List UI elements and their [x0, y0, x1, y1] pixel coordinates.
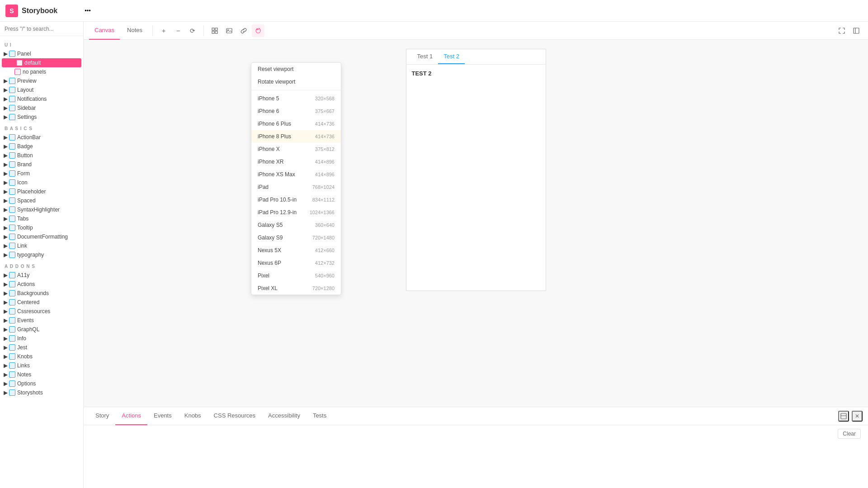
bottom-tab-bar: Story Actions Events Knobs CSS Resources… [84, 407, 868, 425]
grid-view-button[interactable] [208, 24, 221, 37]
sidebar-item-typography[interactable]: ▶typography [0, 250, 83, 259]
grid-icon [212, 28, 218, 34]
zoom-out-button[interactable]: − [172, 24, 184, 37]
sidebar-item-settings[interactable]: ▶Settings [0, 113, 83, 122]
sidebar-item-badge[interactable]: ▶Badge [0, 142, 83, 151]
sidebar-item-form[interactable]: ▶Form [0, 169, 83, 178]
sidebar-item-jest[interactable]: ▶Jest [0, 343, 83, 352]
preview-tab-test1[interactable]: Test 1 [412, 49, 439, 64]
preview-text: TEST 2 [412, 70, 432, 77]
search-input[interactable] [5, 26, 79, 32]
sidebar-item-icon[interactable]: ▶Icon [0, 178, 83, 187]
viewport-item-ipad-pro-12.9-in[interactable]: iPad Pro 12.9-in1024×1366 [251, 206, 341, 219]
viewport-item-label: Pixel XL [258, 285, 312, 291]
viewport-item-ipad[interactable]: iPad768×1024 [251, 181, 341, 193]
sidebar-item-events[interactable]: ▶Events [0, 316, 83, 325]
sidebar-item-info[interactable]: ▶Info [0, 334, 83, 343]
sidebar-item-notifications[interactable]: ▶Notifications [0, 94, 83, 103]
sidebar-item-placeholder[interactable]: ▶Placeholder [0, 187, 83, 196]
viewport-item-iphone-6[interactable]: iPhone 6375×667 [251, 105, 341, 117]
sidebar-item-notes[interactable]: ▶Notes [0, 370, 83, 379]
sidebar-toggle-button[interactable] [850, 24, 863, 37]
sidebar-item-tooltip[interactable]: ▶Tooltip [0, 223, 83, 232]
sidebar-item-default[interactable]: default [2, 58, 81, 67]
viewport-item-label: Nexus 6P [258, 260, 315, 266]
viewport-item-pixel-xl[interactable]: Pixel XL720×1280 [251, 282, 341, 295]
tree-arrow-icon: ▶ [3, 243, 8, 249]
sidebar-item-backgrounds[interactable]: ▶Backgrounds [0, 289, 83, 298]
viewport-item-pixel[interactable]: Pixel540×960 [251, 269, 341, 282]
sidebar-item-link[interactable]: ▶Link [0, 241, 83, 250]
sidebar-item-links[interactable]: ▶Links [0, 361, 83, 370]
sidebar-item-no-panels[interactable]: no panels [0, 67, 83, 76]
tree-arrow-icon: ▶ [3, 372, 8, 377]
expand-panel-button[interactable] [838, 411, 849, 422]
viewport-item-galaxy-s9[interactable]: Galaxy S9720×1480 [251, 231, 341, 244]
link-button[interactable] [237, 24, 250, 37]
sidebar-item-centered[interactable]: ▶Centered [0, 298, 83, 307]
tree-arrow-icon: ▶ [3, 135, 8, 140]
toolbar-separator-2 [203, 25, 204, 36]
tree-node-label: Tooltip [17, 225, 33, 231]
sidebar-item-knobs[interactable]: ▶Knobs [0, 352, 83, 361]
preview-tabs: Test 1 Test 2 [406, 49, 546, 65]
viewport-item-ipad-pro-10.5-in[interactable]: iPad Pro 10.5-in834×1112 [251, 193, 341, 206]
tree-node-label: Options [17, 380, 36, 387]
more-options-button[interactable]: ••• [81, 5, 94, 17]
tab-notes[interactable]: Notes [122, 22, 148, 40]
sidebar-item-cssresources[interactable]: ▶Cssresources [0, 307, 83, 316]
tree-arrow-icon: ▶ [3, 381, 8, 386]
image-view-button[interactable] [223, 24, 236, 37]
sidebar-item-preview[interactable]: ▶Preview [0, 76, 83, 85]
tab-accessibility[interactable]: Accessibility [262, 407, 307, 425]
viewport-item-iphone-xr[interactable]: iPhone XR414×896 [251, 155, 341, 168]
tab-story[interactable]: Story [89, 407, 115, 425]
fire-button[interactable] [252, 24, 264, 37]
tab-knobs[interactable]: Knobs [178, 407, 208, 425]
sidebar-item-sidebar[interactable]: ▶Sidebar [0, 103, 83, 113]
sidebar-item-actions[interactable]: ▶Actions [0, 280, 83, 289]
tab-canvas[interactable]: Canvas [89, 22, 120, 40]
sidebar-item-panel[interactable]: ▶Panel [0, 49, 83, 58]
viewport-item-galaxy-s5[interactable]: Galaxy S5360×640 [251, 219, 341, 231]
viewport-item-iphone-x[interactable]: iPhone X375×812 [251, 143, 341, 155]
sidebar-item-graphql[interactable]: ▶GraphQL [0, 325, 83, 334]
sidebar-item-button[interactable]: ▶Button [0, 151, 83, 160]
close-panel-button[interactable]: ✕ [852, 411, 863, 422]
zoom-in-button[interactable]: + [157, 24, 170, 37]
sidebar-item-brand[interactable]: ▶Brand [0, 160, 83, 169]
viewport-item-rotate-viewport[interactable]: Rotate viewport [251, 75, 341, 88]
tree-arrow-icon: ▶ [3, 272, 8, 278]
tree-node-icon [9, 105, 15, 111]
viewport-item-nexus-6p[interactable]: Nexus 6P412×732 [251, 257, 341, 269]
sidebar-item-spaced[interactable]: ▶Spaced [0, 196, 83, 205]
tree-node-icon [9, 134, 15, 141]
sidebar-item-storyshots[interactable]: ▶Storyshots [0, 388, 83, 397]
sidebar-item-tabs[interactable]: ▶Tabs [0, 214, 83, 223]
tab-tests[interactable]: Tests [307, 407, 333, 425]
tree-arrow-icon: ▶ [3, 336, 8, 341]
fullscreen-button[interactable] [835, 24, 848, 37]
sidebar-item-layout[interactable]: ▶Layout [0, 85, 83, 94]
viewport-item-iphone-8-plus[interactable]: iPhone 8 Plus414×736 [251, 130, 341, 143]
app-title: Storybook [22, 7, 57, 15]
sidebar-item-documentformatting[interactable]: ▶DocumentFormatting [0, 232, 83, 241]
viewport-item-reset-viewport[interactable]: Reset viewport [251, 63, 341, 75]
viewport-item-label: iPhone X [258, 146, 315, 152]
viewport-item-iphone-5[interactable]: iPhone 5320×568 [251, 92, 341, 105]
sidebar-item-actionbar[interactable]: ▶ActionBar [0, 133, 83, 142]
tab-css-resources[interactable]: CSS Resources [208, 407, 262, 425]
clear-button[interactable]: Clear [838, 429, 861, 439]
reset-zoom-button[interactable]: ⟳ [186, 24, 199, 37]
sidebar-item-options[interactable]: ▶Options [0, 379, 83, 388]
preview-tab-test2[interactable]: Test 2 [438, 49, 465, 64]
viewport-item-nexus-5x[interactable]: Nexus 5X412×660 [251, 244, 341, 257]
tab-events[interactable]: Events [147, 407, 178, 425]
tab-actions[interactable]: Actions [115, 407, 147, 425]
viewport-item-iphone-6-plus[interactable]: iPhone 6 Plus414×736 [251, 117, 341, 130]
dots-icon: ••• [85, 7, 91, 14]
sidebar-item-a11y[interactable]: ▶A11y [0, 271, 83, 280]
image-icon [226, 28, 232, 34]
sidebar-item-syntaxhighlighter[interactable]: ▶SyntaxHighlighter [0, 205, 83, 214]
viewport-item-iphone-xs-max[interactable]: iPhone XS Max414×896 [251, 168, 341, 181]
